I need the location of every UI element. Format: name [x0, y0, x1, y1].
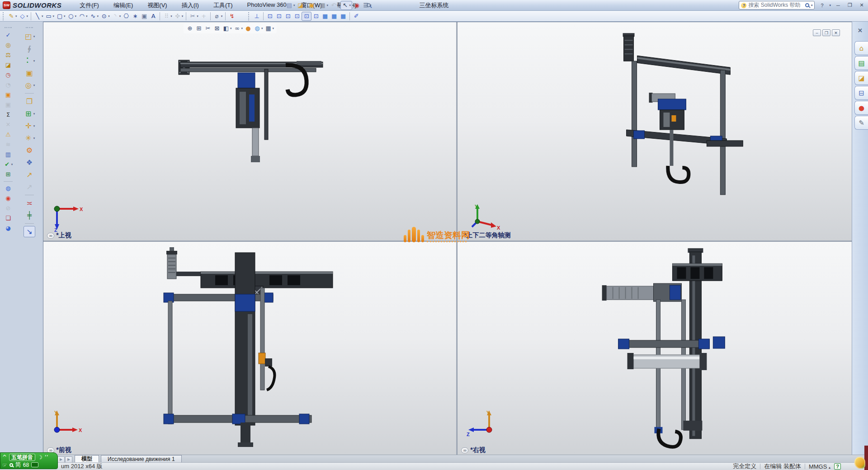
dropdown-arrow-icon[interactable]: ▾ — [33, 136, 35, 140]
dropdown-arrow-icon[interactable]: ▾ — [33, 35, 35, 38]
help-button[interactable]: ? — [817, 2, 826, 9]
solidworks-resources-icon[interactable]: ⌂ — [854, 41, 868, 55]
view-orientation-icon[interactable]: ⊠ — [212, 24, 222, 33]
circle-icon[interactable]: ○▾ — [66, 12, 78, 21]
appearances-scenes-icon[interactable]: ● — [854, 101, 868, 115]
child-restore-button[interactable]: ❐ — [822, 29, 830, 36]
smart-fasteners-icon[interactable]: ▣ — [24, 67, 35, 79]
bottom-view-icon[interactable]: ⊡ — [311, 12, 321, 21]
assembly-features-icon[interactable]: ⚙ — [24, 145, 35, 156]
section-view-icon[interactable]: ✂ — [203, 24, 212, 33]
display-relations-icon[interactable]: ⌀▾ — [212, 12, 224, 21]
normal-to-icon[interactable]: ⊥ — [252, 12, 261, 21]
ime-keyboard-icon[interactable] — [31, 462, 38, 467]
tab-motion-study[interactable]: Исследование движения 1 — [101, 455, 182, 462]
edit-component-icon[interactable]: ⊞▾ — [23, 108, 36, 119]
viewport-bottom-right[interactable]: Y Z ∞ *右视 — [458, 242, 852, 455]
search-dropdown-icon[interactable]: ▾ — [811, 4, 813, 7]
new-motion-study-icon[interactable]: ↗ — [24, 169, 35, 180]
dropdown-arrow-icon[interactable]: ▾ — [293, 4, 295, 7]
move-entities-icon[interactable]: ✜▾ — [173, 12, 184, 21]
dropdown-arrow-icon[interactable]: ▾ — [370, 4, 372, 7]
help-dropdown-icon[interactable]: ▾ — [829, 4, 831, 7]
child-minimize-button[interactable]: – — [813, 29, 821, 36]
menu-item[interactable]: 工具(T) — [208, 0, 238, 10]
external-references-icon[interactable]: ❐ — [24, 96, 35, 107]
menu-item[interactable]: 插入(I) — [176, 0, 204, 10]
add-relation-icon[interactable]: + — [199, 12, 208, 21]
tab-model[interactable]: 模型 — [75, 455, 99, 462]
ime-collapse-icon[interactable]: ^ — [2, 454, 7, 461]
performance-evaluation-icon[interactable]: ◷ — [4, 70, 13, 80]
display-style-icon[interactable]: ◧▾ — [222, 24, 233, 33]
dropdown-arrow-icon[interactable]: ▾ — [119, 14, 121, 18]
selection-filter-toggle-icon[interactable]: ◉ — [352, 1, 361, 10]
compare-documents-icon[interactable]: ▥ — [4, 150, 13, 159]
dropdown-arrow-icon[interactable]: ▾ — [42, 14, 43, 18]
motion-manager-icon[interactable]: ↗ — [24, 181, 35, 193]
statistics-icon[interactable]: ◔ — [4, 80, 13, 89]
isometric-view-icon[interactable]: ■ — [321, 12, 330, 21]
custom-properties-icon[interactable]: ✎ — [854, 116, 868, 130]
render-target-icon[interactable]: ◉ — [4, 194, 13, 203]
dropdown-arrow-icon[interactable]: ▾ — [97, 14, 99, 18]
top-view-icon[interactable]: ⊡ — [302, 12, 311, 21]
menu-item[interactable]: 文件(F) — [74, 0, 104, 10]
search-icon[interactable] — [805, 3, 809, 7]
import-diagnostics-icon[interactable]: ✕ — [4, 120, 13, 129]
solidworks-explorer-icon[interactable]: ◍ — [4, 184, 13, 193]
task-scheduler-icon[interactable]: ❏ — [4, 214, 13, 223]
trimetric-view-icon[interactable]: ■ — [339, 12, 348, 21]
dropdown-arrow-icon[interactable]: ▾ — [241, 27, 243, 30]
assembly-xpert-icon[interactable]: ╪ — [24, 210, 35, 221]
viewport-splitter-vertical[interactable] — [456, 22, 458, 455]
sketch-text-icon[interactable]: A — [149, 12, 158, 21]
ime-punctuation-icon[interactable]: ’’ — [45, 454, 48, 461]
dropdown-arrow-icon[interactable]: ▾ — [316, 4, 317, 7]
dimetric-view-model[interactable] — [458, 22, 852, 240]
dropdown-arrow-icon[interactable]: ▾ — [53, 14, 55, 18]
ime-search-icon[interactable] — [9, 463, 13, 467]
menu-item[interactable]: 编辑(E) — [108, 0, 138, 10]
measure-icon[interactable]: ◎ — [4, 41, 13, 50]
component-preview-icon[interactable]: ◎▾ — [23, 80, 36, 91]
mate-icon[interactable]: ⠅▾ — [23, 55, 36, 66]
dropdown-arrow-icon[interactable]: ▾ — [170, 14, 172, 18]
close-button[interactable]: ✕ — [857, 2, 866, 9]
make-smart-component-icon[interactable]: ✳▾ — [23, 132, 36, 144]
trim-entities-icon[interactable]: ✂▾ — [188, 12, 199, 21]
deviation-analysis-icon[interactable]: ≋ — [4, 140, 13, 149]
straight-slot-icon[interactable]: ▢▾ — [55, 12, 66, 21]
equations-icon[interactable]: Σ — [4, 110, 13, 119]
dropdown-arrow-icon[interactable]: ▾ — [182, 14, 184, 18]
dropdown-arrow-icon[interactable]: ▾ — [75, 14, 77, 18]
toolbar-grip[interactable] — [248, 12, 250, 20]
view-settings-icon[interactable]: ▦▾ — [264, 24, 275, 33]
attachment-icon[interactable]: ∮ — [24, 43, 35, 54]
toolbar-grip[interactable] — [3, 12, 5, 20]
status-help-button[interactable]: ? — [834, 463, 841, 470]
whats-wrong-icon[interactable]: ⚠ — [4, 130, 13, 139]
dropdown-arrow-icon[interactable]: ▾ — [33, 84, 35, 87]
spell-checker-icon[interactable]: ✓ — [4, 31, 13, 40]
viewport-splitter-horizontal[interactable] — [43, 240, 852, 242]
dropdown-arrow-icon[interactable]: ▾ — [11, 163, 13, 166]
render-preview-icon[interactable]: ▣▾ — [307, 1, 318, 10]
dropdown-arrow-icon[interactable]: ▾ — [15, 14, 17, 18]
child-close-button[interactable]: ✕ — [832, 29, 840, 36]
insert-components-icon[interactable]: ◰▾ — [23, 31, 36, 42]
menu-item[interactable]: 视图(V) — [142, 0, 172, 10]
viewport-top-right[interactable]: Y X *上下二等角轴测 — [458, 22, 852, 240]
dropdown-arrow-icon[interactable]: ▾ — [230, 27, 232, 30]
centerpoint-arc-icon[interactable]: ◠▾ — [77, 12, 89, 21]
design-library-icon[interactable]: ▤ — [854, 56, 868, 70]
dropdown-arrow-icon[interactable]: ▾ — [86, 14, 88, 18]
section-properties-icon[interactable]: ◪ — [4, 61, 13, 70]
select-icon[interactable]: ↖▾ — [340, 1, 353, 10]
help-search-input[interactable]: ? 搜索 SolidWorks 帮助 ▾ — [739, 1, 815, 9]
corner-rectangle-icon[interactable]: ▭▾ — [44, 12, 56, 21]
line-icon[interactable]: ╲▾ — [33, 12, 44, 21]
open-document-icon[interactable]: ◪▾ — [296, 1, 307, 10]
move-component-icon[interactable]: ✛▾ — [23, 120, 36, 132]
exploded-view-icon[interactable]: ❖ — [24, 157, 35, 168]
